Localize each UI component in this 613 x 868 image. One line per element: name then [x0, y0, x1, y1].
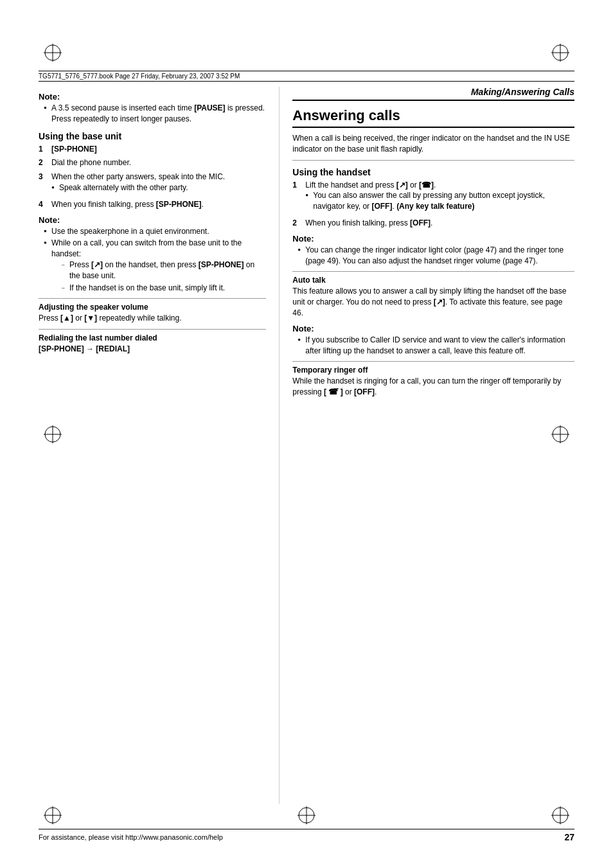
- redialing-title: Redialing the last number dialed: [39, 333, 266, 342]
- dash-item-2: If the handset is on the base unit, simp…: [62, 283, 266, 294]
- handset-note-bullet-1: You can change the ringer indicator ligh…: [298, 245, 574, 267]
- step-1-content: [SP-PHONE]: [51, 144, 266, 155]
- step-2: 2 Dial the phone number.: [39, 157, 266, 168]
- answering-calls-section: Answering calls When a call is being rec…: [292, 107, 574, 155]
- handset-step-1-num: 1: [292, 180, 301, 215]
- dash-item-1: Press [↗] on the handset, then press [SP…: [62, 260, 266, 281]
- temp-ringer-text: While the handset is ringing for a call,…: [292, 376, 574, 398]
- adjusting-speaker-title: Adjusting the speaker volume: [39, 303, 266, 312]
- switch-dash-list: Press [↗] on the handset, then press [SP…: [62, 260, 266, 293]
- step-1: 1 [SP-PHONE]: [39, 144, 266, 155]
- redialing-text: [SP-PHONE] → [REDIAL]: [39, 344, 266, 355]
- header-file-info: TG5771_5776_5777.book Page 27 Friday, Fe…: [39, 73, 240, 80]
- handset-step-2-num: 2: [292, 218, 301, 229]
- reg-mark-top-left: [44, 44, 62, 62]
- reg-mark-bottom-right: [551, 806, 569, 824]
- auto-talk-note-bullets: If you subscribe to Caller ID service an…: [298, 335, 574, 357]
- handset-step-1: 1 Lift the handset and press [↗] or [☎].…: [292, 180, 574, 215]
- base-unit-note-bullets: Use the speakerphone in a quiet environm…: [44, 226, 266, 294]
- base-unit-note-bullet-1: Use the speakerphone in a quiet environm…: [44, 226, 266, 237]
- handset-note-bullets: You can change the ringer indicator ligh…: [298, 245, 574, 267]
- page-title-right: Making/Answering Calls: [292, 87, 574, 101]
- handset-note: Note: You can change the ringer indicato…: [292, 234, 574, 267]
- reg-mark-bottom-center: [298, 806, 315, 824]
- step-3-num: 3: [39, 172, 48, 196]
- reg-mark-top-right: [551, 44, 569, 62]
- step-3-content: When the other party answers, speak into…: [51, 172, 266, 196]
- step-3: 3 When the other party answers, speak in…: [39, 172, 266, 196]
- base-unit-note-label: Note:: [39, 215, 266, 225]
- note-top-bullets: A 3.5 second pause is inserted each time…: [44, 103, 266, 125]
- auto-talk-note-label: Note:: [292, 324, 574, 333]
- adjusting-speaker-section: Adjusting the speaker volume Press [▲] o…: [39, 298, 266, 324]
- auto-talk-note-bullet-1: If you subscribe to Caller ID service an…: [298, 335, 574, 357]
- answering-calls-intro: When a call is being received, the ringe…: [292, 133, 574, 155]
- temp-ringer-title: Temporary ringer off: [292, 366, 574, 375]
- page: TG5771_5776_5777.book Page 27 Friday, Fe…: [0, 0, 613, 868]
- temp-ringer-section: Temporary ringer off While the handset i…: [292, 361, 574, 398]
- step-3-bullets: Speak alternately with the other party.: [51, 182, 266, 193]
- left-column: Note: A 3.5 second pause is inserted eac…: [39, 87, 280, 804]
- step-2-num: 2: [39, 157, 48, 168]
- base-unit-note-bullet-2: While on a call, you can switch from the…: [44, 238, 266, 293]
- step-3-bullet-1: Speak alternately with the other party.: [51, 182, 266, 193]
- auto-talk-text: This feature allows you to answer a call…: [292, 286, 574, 318]
- step-4-content: When you finish talking, press [SP-PHONE…: [51, 199, 266, 210]
- handset-step-1-bullets: You can also answer the call by pressing…: [305, 190, 574, 212]
- divider-1: [292, 160, 574, 161]
- redialing-section: Redialing the last number dialed [SP-PHO…: [39, 329, 266, 355]
- using-base-unit-section: Using the base unit 1 [SP-PHONE] 2 Dial …: [39, 131, 266, 294]
- handset-step-2: 2 When you finish talking, press [OFF].: [292, 218, 574, 229]
- using-handset-title: Using the handset: [292, 167, 574, 177]
- auto-talk-title: Auto talk: [292, 276, 574, 285]
- reg-mark-bottom-left: [44, 806, 62, 824]
- adjusting-speaker-text: Press [▲] or [▼] repeatedly while talkin…: [39, 313, 266, 324]
- auto-talk-note: Note: If you subscribe to Caller ID serv…: [292, 324, 574, 357]
- header-bar: TG5771_5776_5777.book Page 27 Friday, Fe…: [39, 71, 574, 82]
- footer-page-num: 27: [564, 832, 574, 842]
- note-top-bullet-1: A 3.5 second pause is inserted each time…: [44, 103, 266, 125]
- answering-calls-title: Answering calls: [292, 107, 574, 128]
- using-handset-section: Using the handset 1 Lift the handset and…: [292, 167, 574, 267]
- using-base-unit-title: Using the base unit: [39, 131, 266, 141]
- step-4-num: 4: [39, 199, 48, 210]
- right-column: Making/Answering Calls Answering calls W…: [280, 87, 574, 804]
- handset-step-1-content: Lift the handset and press [↗] or [☎]. Y…: [305, 180, 574, 215]
- note-top-label: Note:: [39, 92, 266, 102]
- step-2-content: Dial the phone number.: [51, 157, 266, 168]
- handset-note-label: Note:: [292, 234, 574, 244]
- handset-step-2-content: When you finish talking, press [OFF].: [305, 218, 574, 229]
- step-4: 4 When you finish talking, press [SP-PHO…: [39, 199, 266, 210]
- page-content: Note: A 3.5 second pause is inserted eac…: [39, 87, 574, 804]
- step-1-num: 1: [39, 144, 48, 155]
- footer: For assistance, please visit http://www.…: [39, 829, 574, 842]
- footer-text: For assistance, please visit http://www.…: [39, 833, 223, 841]
- note-top: Note: A 3.5 second pause is inserted eac…: [39, 92, 266, 125]
- handset-step-1-bullet: You can also answer the call by pressing…: [305, 190, 574, 212]
- base-unit-note: Note: Use the speakerphone in a quiet en…: [39, 215, 266, 294]
- auto-talk-section: Auto talk This feature allows you to ans…: [292, 271, 574, 356]
